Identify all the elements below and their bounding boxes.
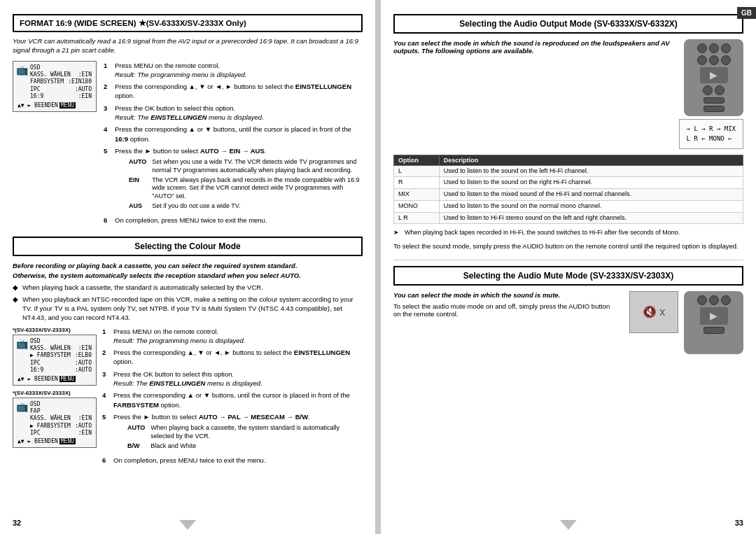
remote-btn-8 — [715, 85, 724, 95]
colour-step-4: 4 Press the corresponding ▲ or ▼ buttons… — [102, 391, 363, 409]
colour-mode-header: Selecting the Colour Mode — [13, 237, 363, 256]
mute-remote-btn-1 — [697, 295, 707, 305]
audio-note-text: When playing back tapes recorded in Hi-F… — [405, 228, 680, 237]
audio-output-instruction: To select the sound mode, simply press t… — [393, 242, 743, 250]
colour-step-6: 6 On completion, press MENU twice to exi… — [102, 456, 363, 465]
remote-area: ▶ → L → R → MIX L R ← MONO ← — [678, 39, 743, 152]
screen-group-2: *(SV-6333X/SV-2333X) 📺 OSD KASS. WÄHLEN:… — [13, 327, 97, 468]
screen-nav-3: ▲▼ ► BEENDENMENU — [18, 438, 92, 444]
page-number-right: 33 — [735, 519, 743, 527]
remote-btn-7 — [703, 85, 713, 95]
format-section: FORMAT 16:9 (WIDE SCREEN) ★(SV-6333X/SV-… — [13, 14, 363, 228]
mute-screen-display: 🔇 x — [629, 291, 678, 333]
pages-container: FORMAT 16:9 (WIDE SCREEN) ★(SV-6333X/SV-… — [0, 0, 756, 534]
mute-remote-wide — [704, 327, 724, 334]
colour-mode-section: Selecting the Colour Mode Before recordi… — [13, 237, 363, 468]
audio-output-section: Selecting the Audio Output Mode (SV-6333… — [393, 14, 743, 250]
remote-mockup-2: ▶ — [684, 291, 743, 354]
colour-intro2: Otherwise, the system automatically sele… — [13, 272, 363, 279]
arrow-icon: ➤ — [393, 228, 402, 237]
auto-ein-aus-table: AUTOSet when you use a wide TV. The VCR … — [126, 157, 363, 211]
mute-remote-area: ▶ 🔇 x — [624, 291, 743, 354]
tv-icon-3: 📺 — [16, 401, 28, 412]
table-row: MONOUsed to listen to the sound on the n… — [394, 200, 743, 212]
col-header-desc: Description — [439, 155, 743, 165]
table-row: MIXUsed to listen to the mixed sound of … — [394, 189, 743, 201]
remote-mockup-1: ▶ — [684, 39, 743, 116]
mute-remote-top-row — [697, 295, 731, 305]
right-page: GB Selecting the Audio Output Mode (SV-6… — [381, 0, 756, 534]
diagram-line2: L R ← MONO ← — [687, 135, 732, 142]
format-title: FORMAT 16:9 (WIDE SCREEN) ★(SV-6333X/SV-… — [20, 18, 246, 28]
screen-nav-1: ▲▼ ► BEENDENMENU — [18, 102, 92, 108]
section-divider — [393, 260, 743, 260]
audio-output-header: Selecting the Audio Output Mode (SV-6333… — [393, 14, 743, 34]
table-row: RUsed to listen to the sound on the righ… — [394, 177, 743, 189]
remote-btn-1 — [697, 43, 707, 53]
triangle-decoration-right — [560, 520, 577, 530]
remote-btn-3 — [721, 43, 731, 53]
remote-mid-row — [697, 55, 731, 65]
colour-bullet-1: ◆ When playing back a cassette, the stan… — [13, 283, 363, 293]
format-header: FORMAT 16:9 (WIDE SCREEN) ★(SV-6333X/SV-… — [13, 14, 363, 32]
step-1: 1 Press MENU on the remote control. Resu… — [104, 61, 363, 80]
col-header-option: Option — [394, 155, 440, 165]
remote-bot-row — [703, 85, 724, 95]
mute-remote-play: ▶ — [700, 307, 728, 325]
screen-mockup-2: 📺 OSD KASS. WÄHLEN:EIN ▶ FARBSYSTEM:ELB0… — [13, 335, 97, 386]
screen-mockup-1: 📺 OSD KASS. WÄHLEN:EIN FARBSYSTEM:EIN180… — [13, 61, 97, 112]
step-2: 2 Press the corresponding ▲, ▼ or ◄, ► b… — [104, 82, 363, 101]
step-5: 5 Press the ► button to select AUTO → EI… — [104, 146, 363, 213]
table-row: LUsed to listen to the sound on the left… — [394, 165, 743, 177]
colour-intro1: Before recording or playing back a casse… — [13, 262, 363, 269]
colour-mode-title: Selecting the Colour Mode — [134, 241, 240, 251]
mute-remote-btn-2 — [709, 295, 719, 305]
gb-badge: GB — [737, 7, 756, 19]
audio-note: ➤ When playing back tapes recorded in Hi… — [393, 228, 743, 237]
remote-play-button: ▶ — [700, 67, 728, 83]
colour-step-5: 5 Press the ► button to select AUTO → PA… — [102, 412, 363, 453]
tv-icon: 📺 — [16, 64, 28, 76]
step-6: 6 On completion, press MENU twice to exi… — [104, 216, 363, 225]
remote-top-row — [697, 43, 731, 53]
mute-remote-btn-3 — [721, 295, 731, 305]
mute-symbol: 🔇 x — [643, 305, 665, 318]
audio-mute-section: Selecting the Audio Mute Mode (SV-2333X/… — [393, 266, 743, 318]
remote-btn-4 — [697, 55, 707, 65]
tv-icon-2: 📺 — [16, 338, 28, 349]
audio-options-table: Option Description LUsed to listen to th… — [393, 155, 743, 224]
step-4: 4 Press the corresponding ▲ or ▼ buttons… — [104, 125, 363, 143]
colour-step-3: 3 Press the OK button to select this opt… — [102, 370, 363, 388]
step-3: 3 Press the OK button to select this opt… — [104, 104, 363, 122]
audio-mute-title: Selecting the Audio Mute Mode (SV-2333X/… — [463, 271, 673, 281]
screen-mockup-3: 📺 OSD FAP KASS. WÄHLEN:EIN ▶ FARBSYSTEM:… — [13, 398, 97, 449]
audio-mute-header: Selecting the Audio Mute Mode (SV-2333X/… — [393, 266, 743, 286]
colour-steps: 1 Press MENU on the remote control.Resul… — [102, 327, 363, 468]
format-steps: 1 Press MENU on the remote control. Resu… — [104, 61, 363, 228]
page-number-left: 32 — [13, 519, 21, 527]
format-intro: Your VCR can automatically read a 16:9 s… — [13, 36, 363, 55]
remote-btn-2 — [709, 43, 719, 53]
triangle-decoration-left — [179, 520, 196, 530]
remote-btn-5 — [709, 55, 719, 65]
colour-step-2: 2 Press the corresponding ▲, ▼ or ◄, ► b… — [102, 348, 363, 367]
table-row: L RUsed to listen to Hi-Fi stereo sound … — [394, 212, 743, 224]
colour-sub-table: AUTOWhen playing back a cassette, the sy… — [125, 423, 363, 451]
left-page: FORMAT 16:9 (WIDE SCREEN) ★(SV-6333X/SV-… — [0, 0, 375, 534]
screen-nav-2: ▲▼ ► BEENDENMENU — [18, 376, 92, 382]
colour-step-1: 1 Press MENU on the remote control.Resul… — [102, 327, 363, 346]
remote-btn-wide-2 — [704, 106, 724, 112]
remote-btn-6 — [721, 55, 731, 65]
diagram-line1: → L → R → MIX — [687, 125, 736, 132]
remote-btn-wide-1 — [704, 97, 724, 104]
audio-output-title: Selecting the Audio Output Mode (SV-6333… — [459, 19, 678, 29]
colour-bullet-2: ◆ When you playback an NTSC-recorded tap… — [13, 295, 363, 323]
audio-diagram: → L → R → MIX L R ← MONO ← — [679, 119, 743, 149]
